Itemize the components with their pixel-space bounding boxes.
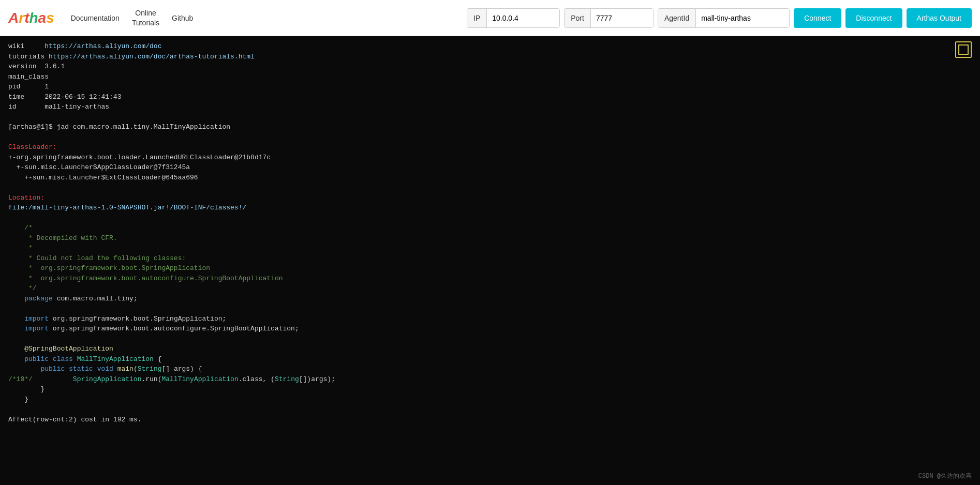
code-line-comment-4: * Could not load the following classes: [8,253,972,264]
classloader-label: ClassLoader: [8,142,972,153]
location-label: Location: [8,193,972,203]
code-line-comment-7: */ [8,283,972,294]
blank-line-6 [8,334,972,344]
header: Arthas Documentation OnlineTutorials Git… [0,0,980,36]
agentid-label: AgentId [658,9,696,27]
terminal-command: [arthas@1]$ jad com.macro.mall.tiny.Mall… [8,122,972,132]
code-line-close-method: } [8,384,972,395]
code-line-import-2: import org.springframework.boot.autoconf… [8,324,972,334]
classloader-line-3: +-sun.misc.Launcher$ExtClassLoader@645aa… [8,173,972,183]
nav-documentation[interactable]: Documentation [71,14,120,22]
port-input-group: Port [564,8,654,28]
code-line-comment-5: * org.springframework.boot.SpringApplica… [8,263,972,274]
blank-line-5 [8,304,972,314]
affect-line: Affect(row-cnt:2) cost in 192 ms. [8,415,972,425]
info-line-tutorials: tutorials https://arthas.aliyun.com/doc/… [8,52,972,62]
code-line-import-1: import org.springframework.boot.SpringAp… [8,314,972,324]
arthas-output-button[interactable]: Arthas Output [907,8,972,28]
code-line-class: public class MallTinyApplication { [8,354,972,365]
code-line-method: public static void main(String[] args) { [8,364,972,374]
code-line-comment-3: * [8,243,972,253]
blank-line-2 [8,132,972,143]
agentid-input-group: AgentId [658,8,790,28]
nav-online-tutorials[interactable]: OnlineTutorials [132,8,159,27]
port-label: Port [565,9,591,27]
ip-label: IP [467,9,487,27]
logo: Arthas [8,10,54,26]
nav-github[interactable]: Github [172,14,193,22]
connect-button[interactable]: Connect [794,8,841,28]
code-line-annotation: @SpringBootApplication [8,344,972,354]
info-line-wiki: wiki https://arthas.aliyun.com/doc [8,41,972,52]
blank-line-1 [8,112,972,123]
agentid-input[interactable] [696,9,789,27]
header-inputs: IP Port AgentId Connect Disconnect Artha… [467,8,972,28]
code-line-close-class: } [8,395,972,405]
code-line-comment-1: /* [8,223,972,233]
blank-line-3 [8,183,972,193]
info-line-pid: pid 1 [8,82,972,92]
logo-arthas: Arthas [8,10,54,26]
info-line-mainclass: main_class [8,72,972,82]
code-line-package: package com.macro.mall.tiny; [8,294,972,304]
location-path: file:/mall-tiny-arthas-1.0-SNAPSHOT.jar!… [8,203,972,213]
port-input[interactable] [591,9,653,27]
csdn-watermark: CSDN @久达的欢喜 [918,471,972,481]
info-line-version: version 3.6.1 [8,62,972,72]
maximize-button[interactable] [955,41,972,58]
code-line-comment-2: * Decompiled with CFR. [8,233,972,244]
info-line-id: id mall-tiny-arthas [8,102,972,112]
classloader-line-2: +-sun.misc.Launcher$AppClassLoader@7f312… [8,162,972,173]
code-line-run: /*10*/ SpringApplication.run(MallTinyApp… [8,374,972,385]
disconnect-button[interactable]: Disconnect [845,8,902,28]
terminal: wiki https://arthas.aliyun.com/doc tutor… [0,36,980,485]
blank-line-7 [8,404,972,415]
code-line-comment-6: * org.springframework.boot.autoconfigure… [8,274,972,284]
blank-line-4 [8,213,972,223]
ip-input-group: IP [467,8,560,28]
classloader-line-1: +-org.springframework.boot.loader.Launch… [8,153,972,163]
ip-input[interactable] [487,9,559,27]
info-line-time: time 2022-06-15 12:41:43 [8,92,972,102]
